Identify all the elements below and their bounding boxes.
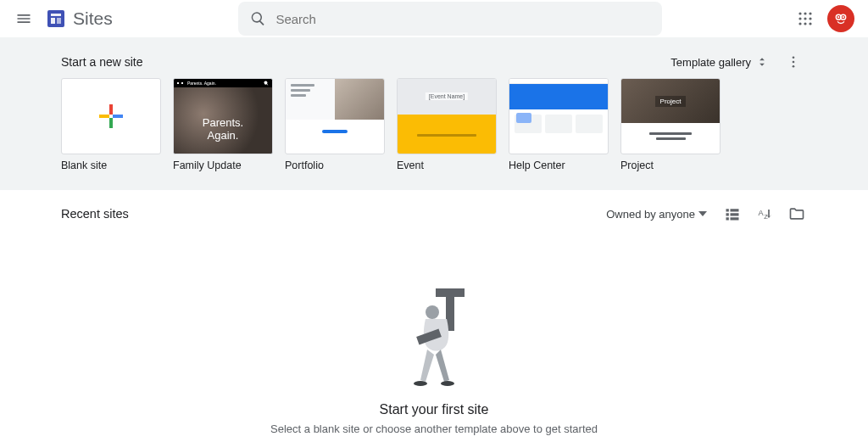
gallery-header: Start a new site Template gallery [61,49,807,75]
search-input[interactable] [275,12,649,26]
svg-rect-23 [99,115,109,118]
svg-rect-22 [109,118,113,128]
template-help-center[interactable]: Help Center [509,78,609,171]
svg-rect-3 [57,18,61,24]
list-view-icon [724,205,741,222]
empty-subtitle: Select a blank site or choose another te… [0,422,868,435]
unfold-icon [756,56,768,68]
svg-point-16 [843,16,844,18]
svg-rect-0 [47,10,64,27]
avatar-icon [832,9,850,28]
svg-point-28 [426,305,439,319]
template-label: Portfolio [285,159,385,171]
template-label: Help Center [509,159,609,171]
template-blank[interactable]: Blank site [61,78,161,171]
svg-point-30 [414,381,427,386]
open-file-picker-button[interactable] [787,204,807,224]
template-label: Family Update [173,159,273,171]
sort-button[interactable]: AZ [754,204,775,224]
svg-point-12 [809,22,811,25]
template-label: Blank site [61,159,161,171]
svg-point-7 [798,17,801,20]
svg-point-19 [793,65,795,68]
empty-illustration [400,288,468,390]
gallery-title: Start a new site [61,55,143,69]
empty-state: Start your first site Select a blank sit… [0,238,868,435]
template-project[interactable]: Project Project [620,78,721,171]
template-gallery-button[interactable]: Template gallery [665,53,773,72]
svg-text:Z: Z [764,213,768,221]
svg-point-5 [804,12,806,14]
template-list: Blank site Parents. Again. Parents.Again… [61,78,807,171]
list-view-button[interactable] [722,204,743,224]
svg-point-31 [441,381,454,386]
template-label: Event [397,159,497,171]
svg-point-4 [798,12,801,14]
svg-rect-21 [113,115,123,118]
plus-icon [96,101,126,131]
svg-point-9 [809,17,811,20]
dropdown-icon [698,210,707,218]
sites-logo-icon [46,8,66,29]
folder-icon [788,205,805,222]
sort-az-icon: AZ [756,205,773,222]
svg-rect-2 [51,18,55,24]
template-gallery-label: Template gallery [670,56,751,69]
template-event[interactable]: [Event Name] Event [397,78,497,171]
template-gallery-section: Start a new site Template gallery Blank … [0,37,868,190]
sites-logo[interactable] [46,8,66,29]
main-menu-button[interactable] [7,2,41,36]
svg-point-6 [809,12,811,14]
search-box[interactable] [238,2,662,36]
ownership-label: Owned by anyone [606,208,695,221]
empty-title: Start your first site [0,402,868,417]
gallery-more-button[interactable] [780,48,807,76]
app-name: Sites [73,8,113,29]
more-vert-icon [786,54,801,70]
svg-point-10 [798,22,801,25]
svg-rect-20 [109,104,113,115]
app-header: Sites [0,0,868,37]
svg-rect-1 [51,14,61,16]
search-container [238,2,662,36]
svg-rect-26 [436,288,465,297]
recent-header: Recent sites Owned by anyone AZ [61,190,807,238]
google-apps-button[interactable] [792,5,819,32]
svg-point-11 [804,22,806,25]
template-family-update[interactable]: Parents. Again. Parents.Again. Family Up… [173,78,273,171]
svg-point-8 [804,17,806,20]
svg-point-18 [793,61,795,64]
search-icon [250,10,266,27]
svg-point-17 [793,56,795,59]
ownership-filter[interactable]: Owned by anyone [606,208,707,221]
menu-icon [15,10,32,27]
template-label: Project [620,159,721,171]
apps-grid-icon [798,11,813,26]
header-right [792,5,861,32]
recent-title: Recent sites [61,207,129,221]
template-portfolio[interactable]: Portfolio [285,78,385,171]
account-avatar[interactable] [827,5,854,32]
svg-point-15 [837,16,839,18]
